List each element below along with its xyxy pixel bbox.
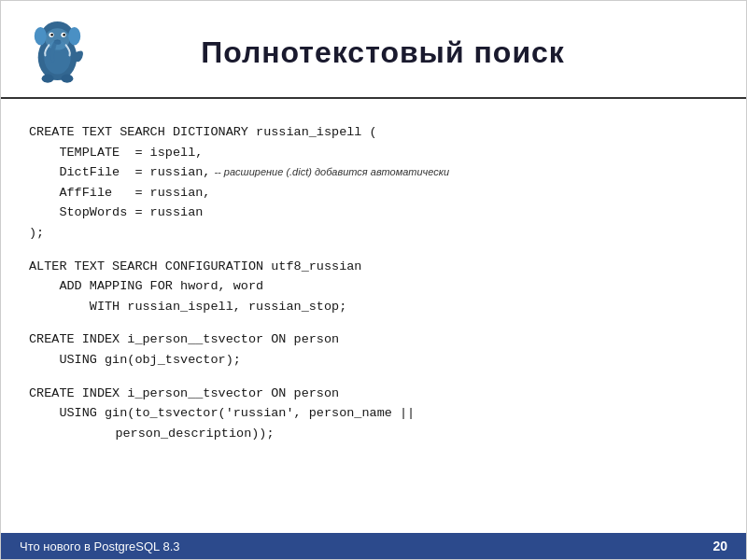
code-line-3-1: CREATE INDEX i_person__tsvector ON perso…	[29, 329, 718, 350]
svg-point-11	[41, 75, 53, 83]
svg-point-12	[61, 75, 73, 83]
code-section-4: CREATE INDEX i_person__tsvector ON perso…	[29, 384, 718, 444]
code-line-2-1: ALTER TEXT SEARCH CONFIGURATION utf8_rus…	[29, 257, 718, 277]
code-line-2-2: ADD MAPPING FOR hword, word	[29, 276, 718, 297]
logo-area	[20, 18, 94, 88]
footer-label: Что нового в PostgreSQL 8.3	[20, 539, 180, 553]
header: Полнотекстовый поиск	[1, 1, 746, 99]
code-section-3: CREATE INDEX i_person__tsvector ON perso…	[29, 329, 718, 370]
footer-page-number: 20	[712, 539, 727, 553]
content-area: CREATE TEXT SEARCH DICTIONARY russian_is…	[1, 108, 746, 466]
svg-point-5	[50, 34, 53, 36]
postgresql-logo	[27, 18, 88, 88]
code-line-1-3: DictFile = russian,	[29, 162, 210, 183]
code-line-4-2: USING gin(to_tsvector('russian', person_…	[29, 403, 718, 424]
svg-point-9	[68, 27, 80, 46]
code-line-1-5: StopWords = russian	[29, 203, 718, 223]
code-section-2: ALTER TEXT SEARCH CONFIGURATION utf8_rus…	[29, 257, 718, 317]
slide-container: Полнотекстовый поиск CREATE TEXT SEARCH …	[0, 0, 747, 560]
code-line-1-4: AffFile = russian,	[29, 183, 718, 203]
code-line-2-3: WITH russian_ispell, russian_stop;	[29, 297, 718, 317]
footer: Что нового в PostgreSQL 8.3 20	[1, 533, 746, 559]
code-line-1-2: TEMPLATE = ispell,	[29, 143, 718, 163]
title-area: Полнотекстовый поиск	[113, 35, 727, 70]
code-line-3-2: USING gin(obj_tsvector);	[29, 350, 718, 371]
code-line-1-6: );	[29, 223, 718, 244]
svg-point-10	[44, 40, 71, 74]
svg-point-8	[34, 27, 46, 46]
code-line-1-1: CREATE TEXT SEARCH DICTIONARY russian_is…	[29, 122, 718, 143]
code-line-1-3-container: DictFile = russian, -- расширение (.dict…	[29, 162, 718, 183]
svg-point-6	[63, 34, 65, 36]
slide-title: Полнотекстовый поиск	[113, 35, 653, 70]
code-line-4-1: CREATE INDEX i_person__tsvector ON perso…	[29, 384, 718, 404]
code-line-4-3: person_description));	[29, 424, 718, 444]
code-comment: -- расширение (.dict) добавится автомати…	[214, 166, 449, 177]
code-section-1: CREATE TEXT SEARCH DICTIONARY russian_is…	[29, 122, 718, 244]
